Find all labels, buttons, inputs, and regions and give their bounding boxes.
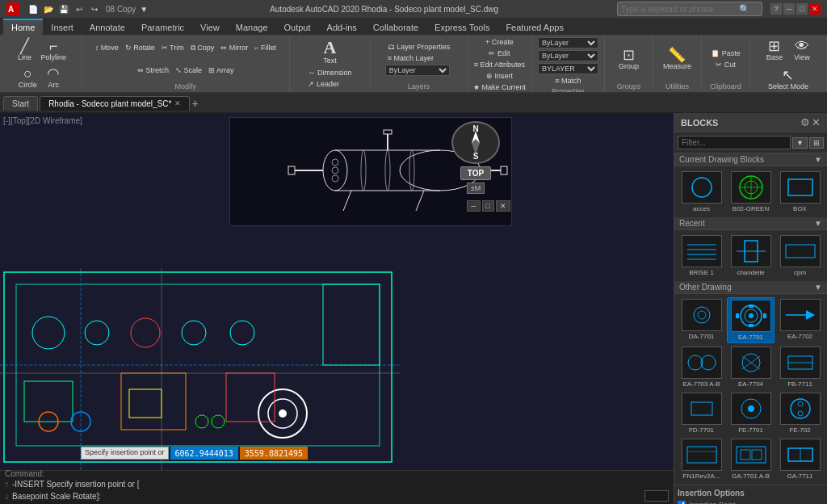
btn-line[interactable]: ╱ Line: [13, 37, 37, 63]
btn-mirror[interactable]: ⇔ Mirror: [218, 43, 250, 52]
btn-circle[interactable]: ○ Circle: [15, 65, 40, 90]
block-ga7711[interactable]: GA-7711: [776, 437, 824, 481]
btn-layer-properties[interactable]: 🗂 Layer Properties: [385, 42, 453, 52]
btn-polyline[interactable]: ⌐ Polyline: [39, 37, 69, 63]
btn-move[interactable]: ↕ Move: [93, 43, 121, 52]
add-tab-btn[interactable]: +: [191, 97, 198, 110]
block-fn1rev2a[interactable]: FN1Rev2A...: [678, 437, 725, 481]
blocks-settings-btn[interactable]: ⚙: [800, 116, 810, 128]
btn-array[interactable]: ⊞ Array: [206, 65, 237, 75]
new-btn[interactable]: 📄: [26, 2, 40, 15]
btn-insert[interactable]: ⊕ Insert: [484, 71, 515, 81]
btn-trim[interactable]: ✂ Trim: [159, 43, 187, 52]
filter-btn-2[interactable]: ⊞: [809, 137, 824, 149]
tab-main[interactable]: Rhodia - Sodeco plant model_SC* ✕: [40, 96, 190, 111]
viewport-close[interactable]: ✕: [496, 200, 510, 212]
coord-y-box[interactable]: 3559.8821495: [240, 447, 308, 460]
redo-btn[interactable]: ↪: [87, 2, 102, 15]
tab-collaborate[interactable]: Collaborate: [365, 20, 426, 35]
current-blocks-toggle[interactable]: ▼: [814, 155, 822, 164]
blocks-filter-input[interactable]: [678, 136, 791, 149]
tab-insert[interactable]: Insert: [43, 20, 82, 35]
tab-addins[interactable]: Add-ins: [319, 20, 365, 35]
block-brise1[interactable]: BRISE 1: [678, 233, 725, 278]
recent-blocks-toggle[interactable]: ▼: [814, 219, 822, 228]
btn-copy[interactable]: ⧉ Copy: [188, 43, 217, 53]
minimize-btn[interactable]: ─: [783, 3, 795, 15]
filter-btn-1[interactable]: ▼: [792, 137, 808, 149]
btn-make-current[interactable]: ★ Make Current: [471, 82, 528, 92]
btn-create-block[interactable]: + Create: [483, 37, 516, 47]
arc-icon: ◠: [47, 66, 60, 81]
tab-start[interactable]: Start: [3, 96, 38, 111]
btn-stretch[interactable]: ⇔ Stretch: [135, 65, 171, 75]
btn-rotate[interactable]: ↻ Rotate: [123, 43, 157, 52]
tab-featuredapps[interactable]: Featured Apps: [497, 20, 572, 35]
block-fb7711[interactable]: FB-7711: [776, 345, 824, 389]
block-b02green[interactable]: B02-GREEN: [727, 170, 775, 214]
bylayer-select[interactable]: ByLayer: [538, 37, 598, 48]
btn-edit-attributes[interactable]: ≡ Edit Attributes: [472, 60, 527, 69]
viewport-minimize[interactable]: ─: [467, 200, 480, 212]
help-btn[interactable]: ?: [770, 3, 782, 15]
block-da7701[interactable]: DA-7701: [678, 297, 725, 343]
compass-circle[interactable]: N S: [451, 121, 500, 164]
btn-edit-block[interactable]: ✏ Edit: [486, 48, 512, 58]
viewport-restore[interactable]: □: [482, 200, 494, 212]
block-fe7701[interactable]: FE-7701: [727, 391, 775, 435]
block-ea7703ab[interactable]: EA-7703 A-B: [678, 345, 725, 389]
save-btn[interactable]: 💾: [57, 2, 71, 15]
bylayer-select2[interactable]: ByLayer: [538, 50, 598, 61]
coord-x-box[interactable]: 6062.9444013: [170, 447, 238, 460]
btn-fillet[interactable]: ⌐ Fillet: [252, 43, 279, 52]
btn-view[interactable]: 👁 View: [790, 37, 814, 63]
btn-measure[interactable]: 📏 Measure: [661, 46, 694, 72]
btn-match-layer[interactable]: ≡ Match Layer: [385, 53, 436, 63]
block-cpm[interactable]: cpm: [776, 233, 824, 278]
btn-scale[interactable]: ⤡ Scale: [173, 65, 204, 75]
tab-manage[interactable]: Manage: [228, 20, 276, 35]
compass-top-btn[interactable]: TOP: [460, 166, 491, 180]
block-ga7701ab[interactable]: GA-7701 A-B: [727, 437, 775, 481]
block-ea7704[interactable]: EA-7704: [727, 345, 775, 389]
open-btn[interactable]: 📂: [41, 2, 56, 15]
tab-expresstools[interactable]: Express Tools: [426, 20, 497, 35]
btn-match-properties[interactable]: ≡ Match: [552, 76, 583, 86]
maximize-btn[interactable]: □: [796, 3, 808, 15]
btn-arc[interactable]: ◠ Arc: [41, 65, 65, 90]
block-ea7702[interactable]: EA-7702: [776, 297, 824, 343]
tab-view[interactable]: View: [192, 20, 228, 35]
block-ea7701[interactable]: EA-7701: [727, 297, 775, 343]
blocks-close-btn[interactable]: ✕: [812, 116, 821, 128]
block-chandelle[interactable]: chandelle: [727, 233, 775, 278]
search-bar[interactable]: 🔍: [617, 2, 762, 16]
close-btn[interactable]: ✕: [809, 3, 821, 15]
btn-group[interactable]: ⊡ Group: [616, 46, 641, 72]
block-fd7701[interactable]: FD-7701: [678, 391, 725, 435]
tab-annotate[interactable]: Annotate: [82, 20, 133, 35]
btn-leader[interactable]: ↗ Leader: [305, 79, 354, 89]
viewport[interactable]: [-][Top][2D Wireframe]: [0, 113, 674, 504]
tab-output[interactable]: Output: [276, 20, 319, 35]
tab-home[interactable]: Home: [3, 19, 43, 35]
block-box[interactable]: BOX: [776, 170, 824, 214]
qa-dropdown[interactable]: ▼: [136, 2, 151, 15]
btn-dimension[interactable]: ↔ Dimension: [305, 68, 354, 78]
tab-parametric[interactable]: Parametric: [133, 20, 192, 35]
close-tab-main[interactable]: ✕: [174, 99, 181, 107]
btn-paste[interactable]: 📋 Paste: [708, 48, 743, 58]
layer-select[interactable]: ByLayer: [385, 65, 450, 76]
other-blocks-toggle[interactable]: ▼: [814, 283, 822, 292]
undo-btn[interactable]: ↩: [72, 2, 86, 15]
search-input[interactable]: [618, 5, 739, 14]
bylayer-select3[interactable]: BYLAYER: [538, 63, 598, 74]
btn-cut[interactable]: ✂ Cut: [713, 60, 738, 69]
cmd-line-3: ↓ Basepoint Scale Rotate]:: [3, 489, 670, 502]
btn-text[interactable]: A Text: [317, 37, 342, 66]
block-acces[interactable]: acces: [678, 170, 725, 214]
compass-pm-btn[interactable]: ±M: [467, 183, 485, 194]
cmd-input[interactable]: [644, 490, 669, 502]
btn-selectmode[interactable]: ↖ Select Mode: [766, 66, 811, 92]
btn-base[interactable]: ⊞ Base: [762, 37, 787, 63]
block-fe7702[interactable]: FE-702: [776, 391, 824, 435]
